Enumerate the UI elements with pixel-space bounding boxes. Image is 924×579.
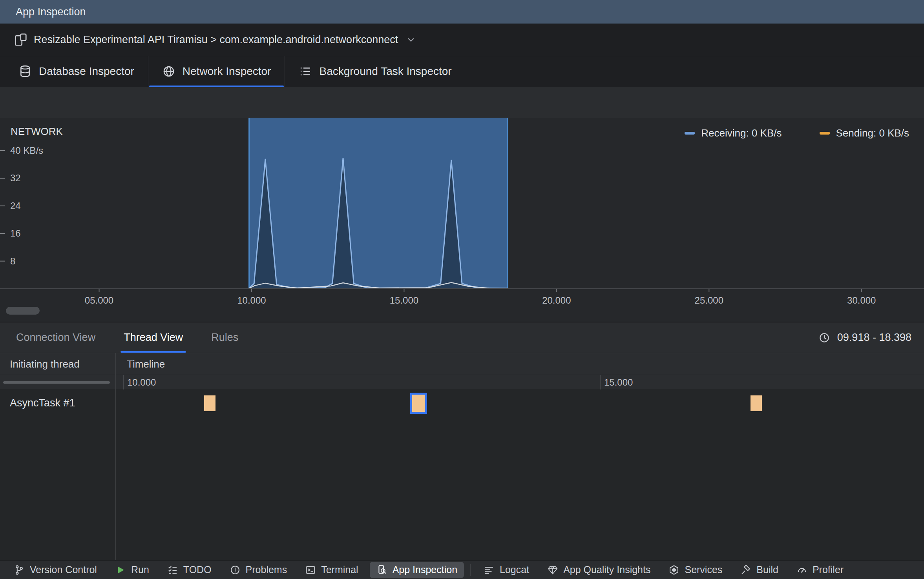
tool-window-label: Terminal xyxy=(321,564,358,575)
tool-window-label: Build xyxy=(756,564,778,575)
tool-window-label: Services xyxy=(685,564,722,575)
tool-window-button-app-quality-insights[interactable]: App Quality Insights xyxy=(541,562,657,578)
inspector-toolbar-strip xyxy=(0,87,924,118)
terminal-icon xyxy=(305,564,316,575)
selection-right-handle[interactable] xyxy=(507,118,508,289)
column-divider[interactable] xyxy=(115,353,116,560)
tool-window-title-bar: App Inspection xyxy=(0,0,924,24)
chevron-down-icon xyxy=(405,34,417,46)
tool-window-button-services[interactable]: Services xyxy=(662,562,729,578)
legend-sending: Sending: 0 KB/s xyxy=(820,127,909,139)
services-icon xyxy=(668,564,679,575)
x-axis-label: 25.000 xyxy=(695,295,723,306)
receiving-swatch xyxy=(685,132,695,135)
chart-legend: Receiving: 0 KB/s Sending: 0 KB/s xyxy=(685,127,909,139)
process-selector-label: Resizable Experimental API Tiramisu > co… xyxy=(34,34,398,46)
gem-icon xyxy=(547,564,558,575)
tool-window-label: App Inspection xyxy=(393,564,457,575)
checklist-icon xyxy=(299,65,312,78)
app-inspection-window: App Inspection Resizable Experimental AP… xyxy=(0,0,924,579)
tool-window-button-logcat[interactable]: Logcat xyxy=(477,562,536,578)
database-icon xyxy=(18,65,32,78)
network-event-block[interactable] xyxy=(204,395,215,411)
network-usage-chart[interactable] xyxy=(0,118,924,292)
tool-window-button-app-inspection[interactable]: App Inspection xyxy=(370,562,464,578)
timeline-tick-label: 15.000 xyxy=(604,377,633,388)
run-icon xyxy=(115,564,126,575)
resizable-device-icon xyxy=(13,33,27,47)
thread-panel-tab-bar: Connection View Thread View Rules 09.918… xyxy=(0,322,924,353)
globe-icon xyxy=(162,65,175,78)
x-axis-label: 30.000 xyxy=(847,295,876,306)
legend-receiving-label: Receiving: 0 KB/s xyxy=(701,127,782,139)
tool-window-label: Run xyxy=(131,564,149,575)
selection-left-handle[interactable] xyxy=(248,118,250,289)
tool-window-label: TODO xyxy=(183,564,212,575)
thread-table-header: Initiating thread Timeline xyxy=(0,353,924,375)
y-axis-label: 8 xyxy=(10,256,15,267)
tab-label: Connection View xyxy=(16,331,95,344)
y-axis-label: 24 xyxy=(10,200,21,211)
selected-time-range: 09.918 - 18.398 xyxy=(818,331,924,344)
tab-database-inspector[interactable]: Database Inspector xyxy=(5,56,148,87)
legend-sending-label: Sending: 0 KB/s xyxy=(836,127,909,139)
y-axis-label: 40 KB/s xyxy=(10,145,43,156)
x-axis-label: 20.000 xyxy=(542,295,571,306)
timeline-gridline xyxy=(600,375,601,390)
tool-window-button-terminal[interactable]: Terminal xyxy=(298,562,365,578)
tool-window-button-todo[interactable]: TODO xyxy=(161,562,218,578)
chart-horizontal-scrollbar[interactable] xyxy=(6,307,40,315)
y-axis-label: 32 xyxy=(10,173,21,184)
app-inspection-icon xyxy=(376,564,387,575)
tab-label: Rules xyxy=(211,331,238,344)
legend-receiving: Receiving: 0 KB/s xyxy=(685,127,782,139)
tool-window-label: App Quality Insights xyxy=(563,564,650,575)
tool-window-label: Logcat xyxy=(500,564,529,575)
clock-icon xyxy=(818,332,830,344)
tab-label: Database Inspector xyxy=(39,65,134,78)
profiler-icon xyxy=(796,564,807,575)
tool-window-bar: Version Control Run TODO Problems Termin… xyxy=(0,560,924,579)
todo-icon xyxy=(167,564,178,575)
tab-connection-view[interactable]: Connection View xyxy=(13,322,99,353)
column-header-initiating-thread: Initiating thread xyxy=(10,358,80,370)
tool-window-button-version-control[interactable]: Version Control xyxy=(7,562,104,578)
tool-window-button-run[interactable]: Run xyxy=(108,562,156,578)
branch-icon xyxy=(14,564,25,575)
thread-table-body: AsyncTask #1 xyxy=(0,390,924,560)
timeline-gridline xyxy=(123,375,124,390)
timeline-axis-row: 10.00015.000 xyxy=(0,375,924,390)
tab-thread-view[interactable]: Thread View xyxy=(121,322,186,353)
chart-selection-region[interactable] xyxy=(249,118,508,289)
network-event-block-selected[interactable] xyxy=(410,393,427,414)
network-usage-panel: NETWORK Receiving: 0 KB/s Sending: 0 KB/… xyxy=(0,118,924,322)
tab-label: Network Inspector xyxy=(183,65,271,78)
time-range-label: 09.918 - 18.398 xyxy=(837,331,911,344)
column-header-timeline: Timeline xyxy=(127,358,165,370)
x-axis-label: 15.000 xyxy=(390,295,418,306)
logcat-icon xyxy=(484,564,495,575)
problems-icon xyxy=(230,564,241,575)
tool-window-button-problems[interactable]: Problems xyxy=(223,562,294,578)
tab-label: Thread View xyxy=(124,331,183,344)
tool-window-label: Profiler xyxy=(813,564,844,575)
tab-network-inspector[interactable]: Network Inspector xyxy=(148,56,285,87)
tab-background-task-inspector[interactable]: Background Task Inspector xyxy=(285,56,465,87)
tab-label: Background Task Inspector xyxy=(319,65,451,78)
tool-window-button-profiler[interactable]: Profiler xyxy=(790,562,850,578)
sending-swatch xyxy=(820,132,830,135)
process-selector[interactable]: Resizable Experimental API Tiramisu > co… xyxy=(0,24,924,56)
inspector-tab-bar: Database Inspector Network Inspector Bac… xyxy=(0,56,924,87)
thread-row-timeline[interactable] xyxy=(0,390,924,560)
toolbar-separator xyxy=(470,564,471,576)
y-axis-label: 16 xyxy=(10,228,21,239)
tool-window-button-build[interactable]: Build xyxy=(734,562,785,578)
tab-rules[interactable]: Rules xyxy=(208,322,241,353)
tool-window-label: Version Control xyxy=(30,564,97,575)
timeline-tick-label: 10.000 xyxy=(127,377,156,388)
x-axis-label: 10.000 xyxy=(237,295,266,306)
hammer-icon xyxy=(740,564,751,575)
tool-window-label: Problems xyxy=(246,564,287,575)
x-axis-label: 05.000 xyxy=(85,295,113,306)
network-event-block[interactable] xyxy=(751,395,762,411)
